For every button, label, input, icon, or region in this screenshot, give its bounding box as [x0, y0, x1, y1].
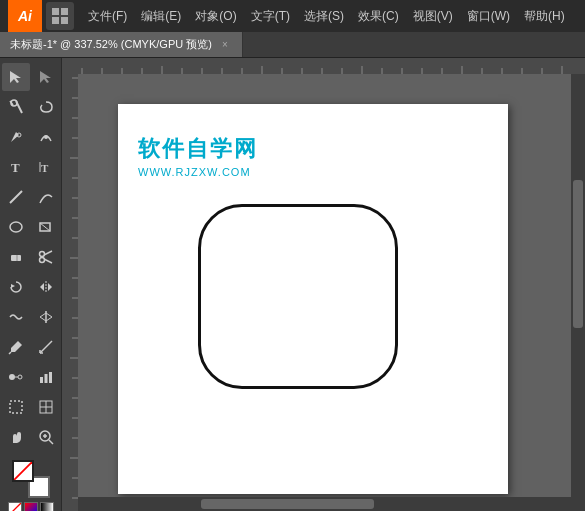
svg-point-10	[44, 135, 48, 139]
arc-tool-button[interactable]	[32, 183, 60, 211]
title-bar: Ai 文件(F) 编辑(E) 对象(O) 文字(T) 选择(S) 效果(C) 视…	[0, 0, 585, 32]
scissors-tool-button[interactable]	[32, 243, 60, 271]
width-tool-button[interactable]	[32, 303, 60, 331]
watermark-url: WWW.RJZXW.COM	[138, 166, 258, 178]
blend-tools-row	[0, 362, 61, 392]
eyedropper-tool-button[interactable]	[2, 333, 30, 361]
menu-type[interactable]: 文字(T)	[245, 4, 296, 29]
svg-rect-37	[44, 374, 47, 383]
canvas-area: 软件自学网 WWW.RJZXW.COM	[62, 58, 585, 511]
none-icon[interactable]	[8, 502, 22, 511]
svg-line-29	[9, 352, 11, 354]
eraser-tool-button[interactable]	[2, 243, 30, 271]
nav-tools-row	[0, 422, 61, 452]
magic-wand-button[interactable]	[2, 93, 30, 121]
svg-line-17	[40, 223, 50, 231]
fill-color-box[interactable]	[12, 460, 34, 482]
vertical-type-tool-button[interactable]: T	[32, 153, 60, 181]
menu-edit[interactable]: 编辑(E)	[135, 4, 187, 29]
hand-tool-button[interactable]	[2, 423, 30, 451]
shape-tools-row	[0, 212, 61, 242]
canvas-content: 软件自学网 WWW.RJZXW.COM	[78, 74, 585, 511]
line-tools-row	[0, 182, 61, 212]
svg-point-34	[18, 375, 22, 379]
scrollbar-corner	[571, 497, 585, 511]
menu-effect[interactable]: 效果(C)	[352, 4, 405, 29]
zoom-tool-button[interactable]	[32, 423, 60, 451]
svg-marker-4	[10, 71, 21, 83]
warp-tool-button[interactable]	[2, 303, 30, 331]
ruler-vertical	[62, 58, 78, 511]
vertical-scrollbar[interactable]	[571, 74, 585, 497]
svg-rect-18	[11, 255, 21, 261]
svg-rect-1	[61, 8, 68, 15]
tab-label: 未标题-1* @ 337.52% (CMYK/GPU 预览)	[10, 37, 212, 52]
direct-selection-tool-button[interactable]	[32, 63, 60, 91]
svg-line-14	[10, 191, 22, 203]
vertical-scroll-thumb[interactable]	[573, 180, 583, 328]
canvas-paper: 软件自学网 WWW.RJZXW.COM	[118, 104, 508, 494]
svg-marker-5	[40, 71, 51, 83]
blend-tool-button[interactable]	[2, 363, 30, 391]
svg-line-22	[44, 251, 52, 255]
svg-rect-36	[40, 377, 43, 383]
artboard-tool-button[interactable]	[2, 393, 30, 421]
ellipse-tool-button[interactable]	[2, 213, 30, 241]
active-tab[interactable]: 未标题-1* @ 337.52% (CMYK/GPU 预览) ×	[0, 32, 243, 57]
ai-logo: Ai	[8, 0, 42, 32]
svg-rect-39	[10, 401, 22, 413]
rounded-rect-container[interactable]	[198, 204, 398, 389]
color-area	[0, 456, 61, 511]
svg-text:T: T	[41, 162, 49, 174]
svg-line-47	[14, 462, 32, 480]
rotate-tool-button[interactable]	[2, 273, 30, 301]
menu-view[interactable]: 视图(V)	[407, 4, 459, 29]
selection-tools-row	[0, 62, 61, 92]
menu-select[interactable]: 选择(S)	[298, 4, 350, 29]
rounded-rectangle[interactable]	[198, 204, 398, 389]
svg-marker-24	[11, 284, 15, 288]
horizontal-scrollbar[interactable]	[78, 497, 571, 511]
svg-line-23	[44, 259, 52, 263]
svg-line-30	[40, 341, 52, 353]
ruler-horizontal	[62, 58, 585, 74]
tab-close-button[interactable]: ×	[218, 38, 232, 52]
artboard-tools-row	[0, 392, 61, 422]
svg-point-20	[39, 252, 44, 257]
svg-point-15	[10, 222, 22, 232]
svg-rect-38	[49, 372, 52, 383]
pen-tool-button[interactable]	[2, 123, 30, 151]
type-tool-button[interactable]: T	[2, 153, 30, 181]
shaper-tool-button[interactable]	[32, 213, 60, 241]
menu-help[interactable]: 帮助(H)	[518, 4, 571, 29]
svg-rect-75	[62, 58, 78, 511]
line-tool-button[interactable]	[2, 183, 30, 211]
svg-rect-49	[62, 58, 585, 74]
reflect-tool-button[interactable]	[32, 273, 60, 301]
svg-point-33	[9, 374, 15, 380]
horizontal-scroll-thumb[interactable]	[201, 499, 374, 509]
watermark-title: 软件自学网	[138, 134, 258, 164]
color-icon[interactable]	[24, 502, 38, 511]
svg-line-48	[9, 503, 21, 511]
curvature-tool-button[interactable]	[32, 123, 60, 151]
svg-rect-2	[52, 17, 59, 24]
gradient-icon[interactable]	[40, 502, 54, 511]
menu-window[interactable]: 窗口(W)	[461, 4, 516, 29]
lasso-tool-button[interactable]	[32, 93, 60, 121]
small-icons-row	[8, 502, 54, 511]
rotate-tools-row	[0, 272, 61, 302]
slice-tool-button[interactable]	[32, 393, 60, 421]
type-tools-row: T T	[0, 152, 61, 182]
tab-bar: 未标题-1* @ 337.52% (CMYK/GPU 预览) ×	[0, 32, 585, 58]
svg-point-21	[39, 258, 44, 263]
menu-bar: 文件(F) 编辑(E) 对象(O) 文字(T) 选择(S) 效果(C) 视图(V…	[82, 4, 577, 29]
menu-object[interactable]: 对象(O)	[189, 4, 242, 29]
svg-rect-3	[61, 17, 68, 24]
measure-tool-button[interactable]	[32, 333, 60, 361]
graph-tool-button[interactable]	[32, 363, 60, 391]
selection-tool-button[interactable]	[2, 63, 30, 91]
svg-marker-27	[48, 283, 52, 291]
menu-file[interactable]: 文件(F)	[82, 4, 133, 29]
main-area: T T	[0, 58, 585, 511]
